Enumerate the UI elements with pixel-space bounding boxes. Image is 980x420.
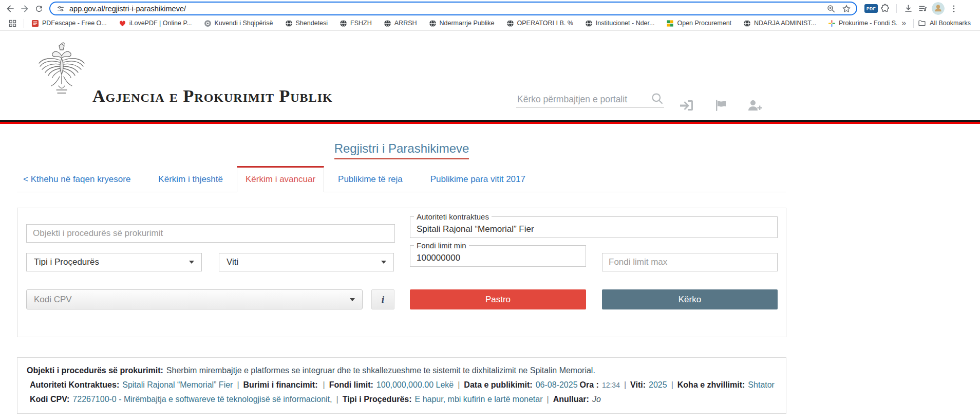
result-separator: |: [237, 380, 239, 389]
bookmarks-divider-2: [913, 19, 914, 28]
autoriteti-input[interactable]: [410, 221, 777, 238]
portal-search-icon[interactable]: [650, 92, 664, 105]
portal-search-input[interactable]: [516, 94, 650, 105]
back-icon[interactable]: [3, 2, 17, 16]
globe-favicon-icon: [585, 20, 593, 27]
bookmark-ilovepdf[interactable]: iLovePDF | Online P...: [119, 20, 192, 27]
bookmarks-overflow-icon[interactable]: »: [898, 19, 909, 28]
result-item: Objekti i procedurës së prokurimit:Sherb…: [17, 357, 786, 414]
kodi-cpv-label: Kodi CPV: [34, 295, 72, 305]
globe-favicon-icon: [384, 20, 391, 27]
bookmark-ndarja-administ[interactable]: NDARJA ADMINIST...: [743, 20, 816, 27]
agency-eagle-logo: [36, 42, 87, 107]
tab-kthehu-kryesore[interactable]: < Kthehu në faqen kryesore: [17, 166, 144, 192]
bookmark-prokurime-fondi[interactable]: Prokurime - Fondi S...: [828, 20, 898, 27]
pdf-red-favicon-icon: [31, 20, 39, 27]
portal-search: [516, 92, 664, 108]
bookmark-pdfescape[interactable]: PDFescape - Free O...: [31, 20, 107, 27]
viti-select[interactable]: Viti: [219, 253, 394, 271]
address-bar[interactable]: app.gov.al/regjistri-i-parashikimeve/: [49, 2, 857, 15]
bookmark-ndermarrje-publike[interactable]: Ndermarrje Publike: [429, 20, 495, 27]
site-settings-icon[interactable]: [56, 5, 65, 13]
tab-kerkim-i-thjeshte[interactable]: Kërkim i thjeshtë: [144, 166, 237, 192]
url-text: app.gov.al/regjistri-i-parashikimeve/: [69, 5, 826, 13]
zoom-icon[interactable]: [826, 4, 836, 13]
extensions-puzzle-icon[interactable]: [878, 2, 892, 16]
globe-favicon-icon: [340, 20, 347, 27]
signin-icon[interactable]: [678, 98, 694, 115]
kerko-button[interactable]: Kërko: [602, 289, 778, 309]
bookmark-kuvendi[interactable]: Kuvendi i Shqipërisë: [204, 20, 273, 27]
reload-icon[interactable]: [32, 2, 46, 16]
result-separator: |: [547, 395, 549, 404]
profile-avatar[interactable]: [932, 2, 945, 15]
result-field-value: 06-08-2025: [536, 380, 578, 389]
autoriteti-field: Autoriteti kontraktues: [410, 213, 778, 238]
advanced-search-panel: Autoriteti kontraktues Tipi i Proçedurës…: [17, 208, 786, 337]
grid-colored-favicon-icon: [666, 20, 674, 27]
heart-favicon-icon: [119, 20, 126, 27]
result-field-value: 2025: [649, 380, 667, 389]
result-separator: |: [671, 380, 673, 389]
pastro-button[interactable]: Pastro: [410, 289, 586, 309]
bookmark-label: NDARJA ADMINIST...: [754, 20, 816, 27]
viti-label: Viti: [227, 257, 238, 267]
apps-grid-icon[interactable]: [5, 16, 20, 30]
bookmark-operatori[interactable]: OPERATORI I B. %: [506, 20, 573, 27]
bookmarks-divider: [24, 19, 24, 28]
bookmarks-list: PDFescape - Free O...iLovePDF | Online P…: [31, 20, 898, 27]
tab-kerkim-i-avancuar[interactable]: Kërkim i avancuar: [237, 166, 324, 192]
fondi-limit-min-label: Fondi limit min: [414, 242, 469, 249]
result-line: Kodi CPV:72267100-0 - Mirëmbajtja e soft…: [27, 392, 777, 407]
bookmark-label: Institucionet - Nder...: [596, 20, 655, 27]
browser-chrome: app.gov.al/regjistri-i-parashikimeve/ PD…: [0, 0, 980, 31]
pdf-extension-icon[interactable]: PDF: [864, 4, 878, 13]
all-bookmarks-button[interactable]: All Bookmarks: [918, 19, 975, 27]
bookmark-fshzh[interactable]: FSHZH: [340, 20, 372, 27]
bookmark-arrsh[interactable]: ARRSH: [384, 20, 417, 27]
flag-icon[interactable]: [713, 98, 728, 115]
bookmark-star-icon[interactable]: [842, 4, 851, 13]
register-icon[interactable]: [746, 98, 763, 115]
forward-icon[interactable]: [17, 2, 32, 16]
cpv-info-button[interactable]: i: [371, 289, 394, 309]
result-field-value: E hapur, mbi kufirin e lartë monetar: [415, 395, 543, 404]
bookmark-label: Prokurime - Fondi S...: [839, 20, 898, 27]
page-title: Regjistri i Parashikimeve: [334, 141, 469, 159]
toolbar-divider: [896, 4, 897, 13]
bookmark-label: iLovePDF | Online P...: [129, 20, 192, 27]
result-field-label: Ora :: [580, 380, 599, 389]
fondi-limit-max-input[interactable]: [602, 253, 778, 271]
bookmark-label: Shendetesi: [296, 20, 328, 27]
result-field-label: Data e publikimit:: [464, 380, 532, 389]
tipi-procedures-select[interactable]: Tipi i Proçedurës: [26, 253, 202, 271]
bookmark-label: OPERATORI I B. %: [517, 20, 573, 27]
agency-title: Agjencia e Prokurimit Publik: [92, 86, 333, 106]
result-field-value: 12:34: [602, 381, 620, 389]
autoriteti-label: Autoriteti kontraktues: [414, 213, 492, 221]
bookmark-label: Ndermarrje Publike: [440, 20, 495, 27]
bookmark-institucionet[interactable]: Institucionet - Nder...: [585, 20, 655, 27]
emblem-favicon-icon: [204, 20, 212, 27]
bookmark-shendetesi[interactable]: Shendetesi: [285, 20, 328, 27]
fondi-limit-min-input[interactable]: [410, 249, 586, 266]
page-content: Regjistri i Parashikimeve < Kthehu në fa…: [17, 124, 786, 414]
tab-publikime-para-2017[interactable]: Publikime para vitit 2017: [417, 166, 539, 192]
tab-bar: < Kthehu në faqen kryesoreKërkim i thjes…: [17, 166, 786, 192]
result-field-label: Autoriteti Kontraktues:: [30, 380, 119, 389]
kodi-cpv-select[interactable]: Kodi CPV: [26, 289, 363, 309]
bookmark-label: FSHZH: [350, 20, 372, 27]
playlist-icon[interactable]: [915, 2, 930, 16]
globe-favicon-icon: [429, 20, 437, 27]
result-line: Objekti i procedurës së prokurimit:Sherb…: [27, 363, 777, 378]
menu-icon[interactable]: [947, 2, 961, 16]
bookmark-label: Open Procurement: [677, 20, 731, 27]
download-icon[interactable]: [901, 2, 915, 16]
result-line: Autoriteti Kontraktues:Spitali Rajonal “…: [27, 378, 777, 392]
result-field-value: 100,000,000.00 Lekë: [376, 380, 454, 389]
chevron-down-icon: [381, 261, 386, 264]
tab-publikime-te-reja[interactable]: Publikime të reja: [324, 166, 417, 192]
globe-favicon-icon: [285, 20, 293, 27]
objekti-input[interactable]: [26, 224, 395, 243]
bookmark-open-procurement[interactable]: Open Procurement: [666, 20, 731, 27]
